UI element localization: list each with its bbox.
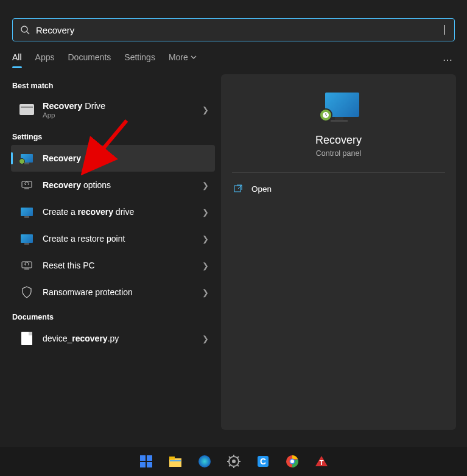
recovery-large-icon [318, 93, 359, 125]
doc-prefix: device_ [43, 334, 72, 343]
chevron-right-icon: ❯ [202, 181, 209, 190]
section-settings: Settings [12, 133, 215, 141]
open-icon [233, 184, 243, 194]
svg-text:T: T [319, 459, 323, 466]
svg-rect-3 [22, 262, 32, 268]
drive-icon [19, 102, 34, 117]
taskbar-chrome[interactable] [280, 449, 304, 474]
svg-rect-11 [147, 462, 152, 467]
result-label: Ransomware protection [43, 287, 202, 297]
tab-settings[interactable]: Settings [124, 52, 155, 67]
chevron-right-icon: ❯ [202, 234, 209, 243]
result-subtitle: App [43, 111, 202, 119]
result-label: Reset this PC [43, 261, 202, 270]
result-label: Create a restore point [43, 234, 202, 243]
tab-apps[interactable]: Apps [35, 52, 55, 67]
taskbar-edge[interactable] [192, 449, 217, 474]
svg-line-24 [229, 465, 230, 466]
results-column: Best match Recovery Drive App ❯ Settings… [11, 74, 215, 430]
monitor-icon [19, 231, 34, 246]
section-best-match: Best match [12, 82, 215, 90]
tab-more[interactable]: More [169, 52, 197, 67]
result-recovery[interactable]: Recovery [11, 145, 215, 172]
divider [232, 172, 445, 173]
result-label: Recovery options [43, 180, 202, 190]
taskbar-app-t[interactable]: T [309, 449, 334, 474]
taskbar-settings[interactable] [222, 449, 246, 474]
preview-pane: Recovery Control panel Open [221, 74, 456, 430]
preview-action-label: Open [251, 184, 272, 194]
svg-line-1 [27, 32, 29, 34]
doc-bold: recovery [72, 334, 107, 343]
preview-action-open[interactable]: Open [221, 178, 456, 200]
result-label: Recovery Drive App [43, 101, 202, 119]
tab-all[interactable]: All [12, 52, 22, 67]
monitor-icon [19, 205, 34, 219]
svg-point-15 [198, 455, 211, 467]
svg-rect-10 [140, 462, 146, 467]
doc-suffix: .py [108, 334, 119, 343]
result-reset-pc[interactable]: Reset this PC ❯ [11, 252, 215, 279]
svg-rect-8 [140, 455, 146, 461]
result-recovery-options[interactable]: Recovery options ❯ [11, 172, 215, 198]
taskbar-file-explorer[interactable] [163, 449, 188, 474]
chevron-right-icon: ❯ [202, 208, 209, 217]
svg-rect-5 [234, 186, 241, 192]
file-icon [19, 331, 34, 346]
result-document-device-recovery[interactable]: device_recovery.py ❯ [11, 325, 215, 352]
svg-point-0 [21, 26, 27, 32]
taskbar: C T [0, 447, 467, 476]
search-box[interactable]: Recovery [12, 18, 455, 41]
svg-line-23 [237, 465, 239, 466]
match-rest: Drive [82, 101, 105, 111]
section-documents: Documents [12, 313, 215, 321]
preview-subtitle: Control panel [316, 149, 361, 158]
chevron-right-icon: ❯ [202, 105, 209, 114]
svg-point-30 [290, 460, 294, 463]
options-icon [19, 178, 34, 192]
match-bold: Recovery [43, 101, 82, 111]
result-create-recovery-drive[interactable]: Create a recovery drive ❯ [11, 198, 215, 225]
recovery-icon [19, 151, 34, 166]
chevron-down-icon [191, 54, 197, 60]
svg-point-17 [232, 460, 236, 463]
result-create-restore-point[interactable]: Create a restore point ❯ [11, 225, 215, 252]
result-ransomware-protection[interactable]: Ransomware protection ❯ [11, 279, 215, 306]
chevron-right-icon: ❯ [202, 261, 209, 270]
text-cursor [444, 25, 445, 35]
svg-rect-13 [169, 457, 175, 460]
svg-text:C: C [259, 457, 265, 466]
shield-icon [19, 285, 34, 299]
chevron-right-icon: ❯ [202, 288, 209, 297]
svg-rect-14 [170, 460, 181, 461]
result-recovery-drive[interactable]: Recovery Drive App ❯ [11, 94, 215, 125]
result-label: Create a recovery drive [43, 207, 202, 217]
taskbar-start[interactable] [134, 449, 158, 474]
svg-rect-2 [22, 181, 32, 187]
search-icon [20, 25, 30, 35]
svg-rect-9 [147, 455, 152, 461]
tab-more-label: More [169, 52, 188, 62]
svg-line-22 [229, 457, 230, 458]
result-label: Recovery [43, 153, 209, 163]
svg-rect-12 [169, 458, 181, 467]
reset-icon [19, 258, 34, 273]
taskbar-app-c[interactable]: C [251, 449, 275, 474]
overflow-menu[interactable]: ⋯ [443, 54, 454, 66]
svg-line-25 [237, 457, 239, 458]
tab-documents[interactable]: Documents [68, 52, 111, 67]
search-input[interactable]: Recovery [36, 25, 446, 35]
result-label: device_recovery.py [43, 334, 202, 343]
filter-tabs: All Apps Documents Settings More ⋯ [0, 41, 467, 67]
chevron-right-icon: ❯ [202, 334, 209, 343]
preview-title: Recovery [315, 134, 362, 147]
